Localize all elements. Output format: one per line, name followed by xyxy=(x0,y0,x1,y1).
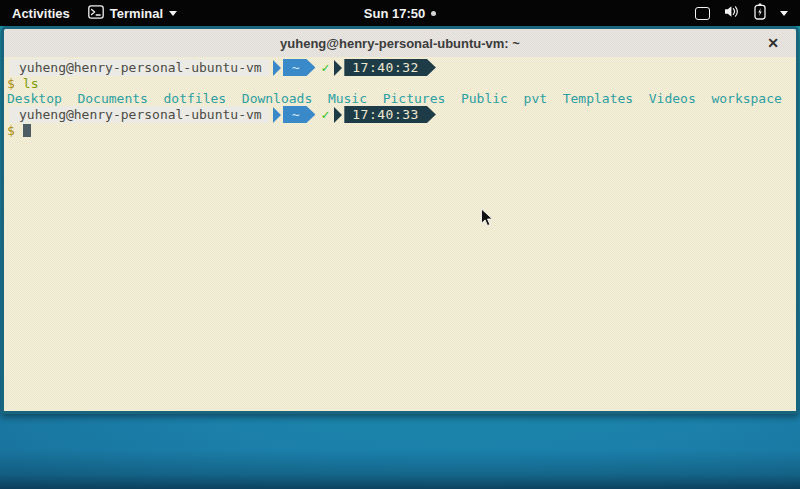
clock[interactable]: Sun 17:50 xyxy=(364,6,425,21)
powerline-arrow-icon xyxy=(334,107,342,123)
system-status-area[interactable] xyxy=(695,3,800,23)
input-line[interactable]: $ xyxy=(7,123,793,138)
chevron-down-icon xyxy=(169,11,177,16)
terminal-window: yuheng@henry-personal-ubuntu-vm: ~ ✕ yuh… xyxy=(1,26,799,414)
prompt-timestamp: 17:40:32 xyxy=(344,59,436,76)
close-button[interactable]: ✕ xyxy=(764,34,782,52)
directory-listing: Desktop Documents dotfiles Downloads Mus… xyxy=(7,91,793,106)
battery-charging-icon xyxy=(754,3,766,23)
prompt-line: yuheng@henry-personal-ubuntu-vm ~ ✓ 17:4… xyxy=(7,106,793,123)
prompt-path: ~ xyxy=(283,106,316,123)
notification-dot xyxy=(431,11,436,16)
window-titlebar[interactable]: yuheng@henry-personal-ubuntu-vm: ~ ✕ xyxy=(4,29,796,57)
prompt-dollar: $ xyxy=(7,123,15,138)
terminal-content[interactable]: yuheng@henry-personal-ubuntu-vm ~ ✓ 17:4… xyxy=(4,57,796,411)
powerline-arrow-icon xyxy=(273,60,281,76)
window-title: yuheng@henry-personal-ubuntu-vm: ~ xyxy=(280,36,520,51)
terminal-cursor xyxy=(23,124,31,137)
prompt-timestamp: 17:40:33 xyxy=(344,106,436,123)
powerline-arrow-icon xyxy=(273,107,281,123)
typed-command: ls xyxy=(23,76,39,91)
status-check-icon: ✓ xyxy=(321,59,329,76)
app-menu-terminal[interactable]: Terminal xyxy=(88,5,177,22)
prompt-user-host: yuheng@henry-personal-ubuntu-vm xyxy=(9,106,269,123)
chevron-down-icon xyxy=(780,11,788,16)
terminal-icon xyxy=(88,5,104,22)
top-bar: Activities Terminal Sun 17:50 xyxy=(0,0,800,26)
screen-icon xyxy=(695,7,710,20)
volume-icon xyxy=(724,5,740,21)
prompt-line: yuheng@henry-personal-ubuntu-vm ~ ✓ 17:4… xyxy=(7,59,793,76)
prompt-user-host: yuheng@henry-personal-ubuntu-vm xyxy=(9,59,269,76)
app-menu-label: Terminal xyxy=(110,6,163,21)
prompt-path: ~ xyxy=(283,59,316,76)
status-check-icon: ✓ xyxy=(321,106,329,123)
prompt-dollar: $ xyxy=(7,76,15,91)
activities-button[interactable]: Activities xyxy=(12,6,70,21)
powerline-arrow-icon xyxy=(334,60,342,76)
command-line: $ls xyxy=(7,76,793,91)
